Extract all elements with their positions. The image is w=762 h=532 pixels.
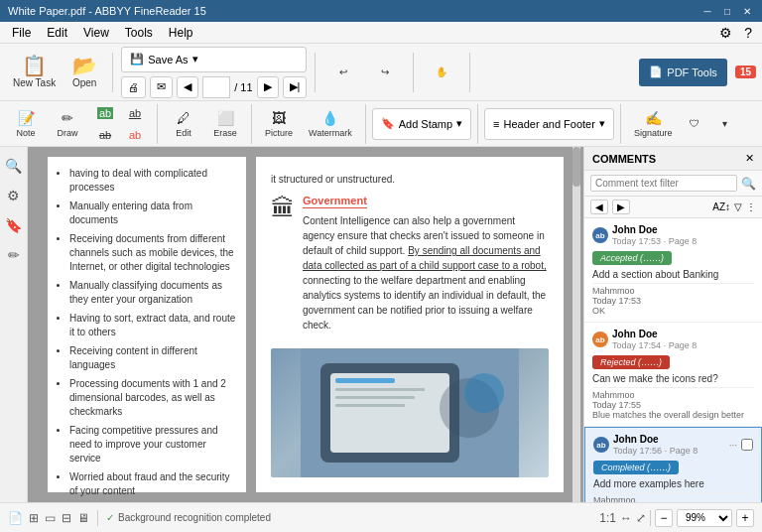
menu-file[interactable]: File bbox=[4, 22, 39, 44]
page-print-button[interactable]: 🖨 bbox=[121, 76, 146, 98]
close-button[interactable]: ✕ bbox=[740, 4, 754, 18]
stamp-dropdown-icon: ▾ bbox=[456, 117, 462, 130]
comment-2-status: Rejected (‥‥‥) bbox=[592, 355, 670, 369]
settings-sidebar-icon[interactable]: ⚙ bbox=[4, 185, 23, 206]
fit-width-icon[interactable]: ↔ bbox=[620, 511, 632, 525]
edit-tool-button[interactable]: 🖊 Edit bbox=[164, 101, 203, 147]
underline-a-button[interactable]: ab bbox=[121, 103, 149, 123]
status-message: Background recognition completed bbox=[118, 512, 271, 523]
zoom-in-button[interactable]: + bbox=[736, 509, 754, 527]
picture-icon: 🖼 bbox=[272, 110, 286, 126]
split-icon[interactable]: ⊟ bbox=[62, 511, 71, 525]
menu-edit[interactable]: Edit bbox=[39, 22, 75, 44]
zoom-controls: 1:1 ↔ ⤢ − 50% 75% 99% 100% 125% 150% 200… bbox=[599, 509, 754, 527]
fit-ratio-icon[interactable]: 1:1 bbox=[599, 511, 616, 525]
hand-tool-button[interactable]: ✋ bbox=[422, 50, 461, 95]
page-number-input[interactable]: 8 bbox=[202, 76, 230, 98]
strikethrough-a-button[interactable]: ab bbox=[91, 125, 119, 145]
govt-building-icon: 🏛 bbox=[271, 195, 295, 222]
picture-tool-button[interactable]: 🖼 Picture bbox=[258, 101, 300, 147]
menu-tools[interactable]: Tools bbox=[117, 22, 161, 44]
zoom-out-button[interactable]: − bbox=[655, 509, 673, 527]
watermark-tool-button[interactable]: 💧 Watermark bbox=[302, 101, 359, 147]
open-button[interactable]: 📂 Open bbox=[64, 50, 104, 95]
draw-label: Draw bbox=[57, 128, 77, 138]
comment-3-checkbox[interactable] bbox=[741, 439, 753, 451]
menu-view[interactable]: View bbox=[75, 22, 117, 44]
left-sidebar: 🔍 ⚙ 🔖 ✏ bbox=[0, 147, 28, 502]
comment-item-3: ab John Doe Today 17:56 · Page 8 ··· Com… bbox=[584, 427, 762, 502]
zoom-sidebar-icon[interactable]: 🔍 bbox=[2, 155, 25, 177]
comments-filter-input[interactable] bbox=[590, 175, 737, 192]
more-tools-button[interactable]: 🛡 bbox=[681, 101, 708, 147]
save-as-button[interactable]: 💾 Save As ▾ bbox=[121, 47, 307, 72]
comment-2-avatar: ab bbox=[592, 332, 608, 347]
menu-help[interactable]: Help bbox=[161, 22, 201, 44]
comments-search-icon[interactable]: 🔍 bbox=[741, 177, 756, 191]
tools-dropdown-button[interactable]: ▾ bbox=[710, 101, 738, 147]
signature-tool-button[interactable]: ✍ Signature bbox=[627, 101, 680, 147]
scrollbar-thumb[interactable] bbox=[572, 147, 580, 187]
comments-next-button[interactable]: ▶ bbox=[612, 200, 630, 214]
erase-tool-button[interactable]: ⬜ Erase bbox=[205, 101, 245, 147]
header-dropdown-icon: ▾ bbox=[599, 117, 605, 130]
help-icon[interactable]: ? bbox=[738, 25, 758, 41]
zoom-select[interactable]: 50% 75% 99% 100% 125% 150% 200% bbox=[677, 509, 732, 527]
comment-1-status: Accepted (‥‥‥) bbox=[592, 251, 672, 265]
document-scroll[interactable]: having to deal with complicated processe… bbox=[28, 147, 583, 502]
highlight-a-button[interactable]: ab bbox=[91, 103, 119, 123]
undo-button[interactable]: ↩ bbox=[323, 50, 363, 95]
last-page-button[interactable]: ▶| bbox=[283, 76, 308, 98]
annotate-sidebar-icon[interactable]: ✏ bbox=[5, 244, 23, 266]
watermark-icon: 💧 bbox=[321, 110, 338, 126]
new-task-button[interactable]: 📋 New Task bbox=[6, 50, 63, 95]
header-footer-button[interactable]: ≡ Header and Footer ▾ bbox=[484, 108, 614, 140]
pdf-badge: 15 bbox=[735, 66, 756, 78]
page-content-main: it structured or unstructured. 🏛 Governm… bbox=[256, 157, 564, 492]
comment-3-time: Today 17:56 bbox=[613, 446, 662, 456]
open-label: Open bbox=[72, 77, 96, 88]
add-stamp-button[interactable]: 🔖 Add Stamp ▾ bbox=[372, 108, 471, 140]
govt-content: Government Content Intelligence can also… bbox=[303, 195, 549, 340]
redo-icon: ↪ bbox=[381, 66, 389, 77]
more-options-button[interactable]: ⋮ bbox=[746, 201, 756, 212]
settings-icon[interactable]: ⚙ bbox=[713, 25, 738, 41]
hand-icon: ✋ bbox=[436, 66, 447, 77]
comment-3-reply-author: Mahmmoo bbox=[593, 495, 636, 502]
status-sep-1 bbox=[97, 510, 98, 526]
signature-label: Signature bbox=[634, 128, 673, 138]
sep-t4 bbox=[477, 104, 478, 144]
sep-t2 bbox=[251, 104, 252, 144]
comments-close-button[interactable]: ✕ bbox=[745, 152, 754, 165]
monitor-icon[interactable]: 🖥 bbox=[77, 511, 89, 525]
prev-page-button[interactable]: ◀ bbox=[177, 76, 198, 98]
redo-button[interactable]: ↪ bbox=[365, 50, 405, 95]
next-page-button[interactable]: ▶ bbox=[257, 76, 279, 98]
panel-icon[interactable]: ▭ bbox=[45, 511, 56, 525]
minimize-button[interactable]: ─ bbox=[700, 4, 714, 18]
status-sep-2 bbox=[650, 510, 651, 526]
note-tool-button[interactable]: 📝 Note bbox=[6, 101, 46, 147]
bookmark-sidebar-icon[interactable]: 🔖 bbox=[2, 214, 25, 236]
highlight-a-icon: ab bbox=[97, 107, 113, 119]
filter-button[interactable]: ▽ bbox=[734, 201, 742, 212]
fit-page-icon[interactable]: ⤢ bbox=[636, 511, 646, 525]
crop-icon[interactable]: ⊞ bbox=[29, 511, 39, 525]
new-task-label: New Task bbox=[13, 77, 56, 88]
erase-icon: ⬜ bbox=[217, 110, 234, 126]
status-check-icon: ✓ bbox=[106, 512, 114, 523]
sep-t1 bbox=[157, 104, 158, 144]
draw-tool-button[interactable]: ✏ Draw bbox=[48, 101, 87, 147]
color-a-button[interactable]: ab bbox=[121, 125, 149, 145]
sort-button[interactable]: AZ↕ bbox=[712, 201, 730, 212]
pdf-tools-button[interactable]: 📄 PDF Tools bbox=[639, 59, 727, 86]
note-icon: 📝 bbox=[18, 110, 35, 126]
comment-3-more-button[interactable]: ··· bbox=[729, 440, 737, 451]
page-icon[interactable]: 📄 bbox=[8, 511, 23, 525]
comments-prev-button[interactable]: ◀ bbox=[590, 200, 608, 214]
maximize-button[interactable]: □ bbox=[720, 4, 734, 18]
comment-1-reply: Mahmmoo Today 17:53 OK bbox=[592, 283, 754, 316]
comment-2-reply: Mahmmoo Today 17:55 Blue matches the ove… bbox=[592, 387, 754, 420]
comment-2-reply-author: Mahmmoo bbox=[592, 390, 635, 400]
email-button[interactable]: ✉ bbox=[150, 76, 173, 98]
